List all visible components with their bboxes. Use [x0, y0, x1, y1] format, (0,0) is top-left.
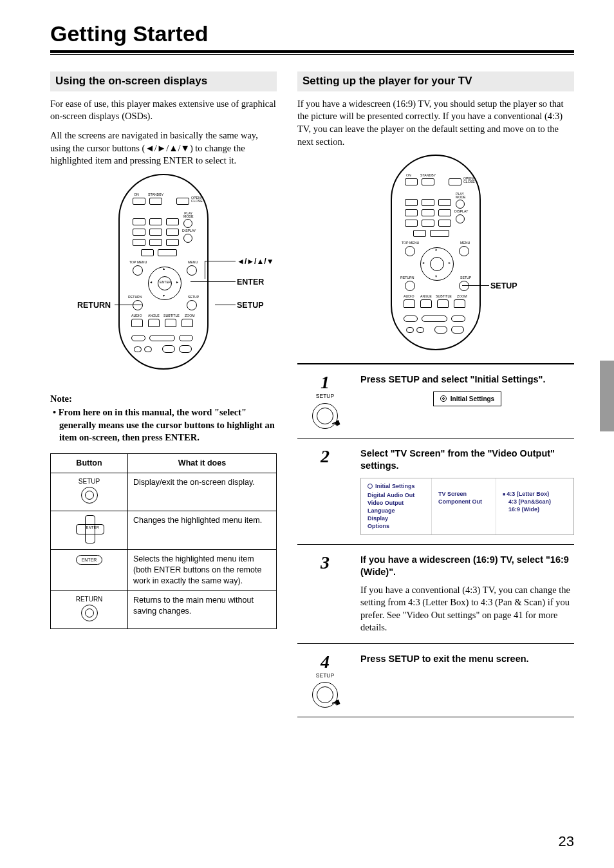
row-setup-icon: SETUP [51, 473, 128, 511]
leader-setup [215, 305, 236, 305]
note-body: From here on in this manual, the word "s… [50, 406, 277, 444]
btn-setup [187, 300, 197, 310]
th-desc: What it does [128, 453, 277, 473]
page-number: 23 [559, 832, 574, 851]
label-standby: STANDBY [148, 193, 163, 196]
remote-outline: ON STANDBY OPEN/ CLOSE [118, 174, 209, 370]
button-table: Button What it does SETUP Display/exit t… [50, 453, 277, 629]
callout-setup: SETUP [237, 300, 264, 311]
step-2-head: Select "TV Screen" from the "Video Outpu… [360, 448, 574, 473]
btn-playmode [183, 219, 192, 228]
dpad-enter-label: ENTER [160, 281, 171, 284]
remote-outline-2: ON STANDBY OPEN/ CLOSE [391, 155, 481, 350]
btn-topmenu [133, 265, 143, 276]
label-audio: AUDIO [131, 314, 142, 317]
osd-c2-1: Component Out [438, 498, 489, 505]
row-dpad-icon: ENTER [51, 511, 128, 550]
osd-c1-4: Options [367, 522, 425, 530]
title-rule [50, 54, 574, 55]
leader-setup-right [462, 285, 489, 286]
callout-return: RETURN [77, 300, 111, 311]
page: Getting Started Using the on-screen disp… [0, 0, 614, 868]
step-4-head: Press SETUP to exit the menu screen. [360, 653, 574, 666]
osd-para-1: For ease of use, this player makes exten… [50, 98, 277, 123]
btn-display [183, 234, 192, 243]
callout-cursors: ◄/►/▲/▼ [237, 256, 274, 267]
osd-c2-0: TV Screen [438, 490, 489, 498]
side-tab [600, 361, 614, 431]
leader-return [115, 305, 142, 305]
step-3-number: 3 [321, 554, 330, 572]
btn-clear [158, 249, 177, 256]
press-setup-icon: ☚ [312, 403, 338, 429]
step-4-number: 4 [321, 653, 330, 671]
callout-setup-right: SETUP [490, 281, 517, 292]
btn-4 [133, 229, 145, 236]
right-column: Setting up the player for your TV If you… [297, 71, 574, 717]
osd-para-2: All the screens are navigated in basical… [50, 129, 277, 167]
row-enter-desc: Selects the highlighted menu item (both … [128, 550, 277, 591]
step-1-caption: SETUP [316, 393, 334, 400]
btn-open [176, 198, 189, 205]
btn-prev [144, 346, 152, 352]
remote-diagram-left: ON STANDBY OPEN/ CLOSE [50, 174, 277, 373]
btn-audio [131, 319, 143, 327]
osd-title: Initial Settings [375, 482, 415, 490]
label-topmenu: TOP MENU [129, 261, 147, 264]
btn-1 [133, 218, 145, 225]
btn-pause [179, 335, 193, 341]
btn-angle [148, 319, 160, 327]
hand-icon: ☚ [329, 416, 343, 432]
btn-2 [149, 218, 162, 225]
btn-7 [133, 239, 145, 246]
step-3-head: If you have a widescreen (16:9) TV, sele… [360, 554, 574, 579]
disc-icon [440, 395, 447, 402]
hand-icon: ☚ [329, 695, 343, 712]
btn-9 [166, 239, 179, 246]
osd-c1-0: Digital Audio Out [367, 491, 425, 499]
label-zoom: ZOOM [185, 314, 195, 317]
label-display: DISPLAY [182, 229, 196, 232]
osd-c3-0: 4:3 (Letter Box) [507, 491, 549, 497]
left-column: Using the on-screen displays For ease of… [50, 71, 277, 717]
osd-c1-3: Display [367, 514, 425, 522]
chapter-title: Getting Started [50, 19, 574, 53]
label-subtitle: SUBTITLE [163, 314, 180, 317]
btn-0 [141, 249, 154, 256]
note-label: Note: [50, 393, 277, 406]
step-4-caption: SETUP [316, 672, 334, 679]
osd-c1-2: Language [367, 507, 425, 514]
chip-label: Initial Settings [451, 395, 494, 404]
osd-panel: Initial Settings Digital Audio Out Video… [360, 478, 574, 535]
section-heading-tv: Setting up the player for your TV [297, 71, 574, 91]
step-1: 1 SETUP ☚ Press SETUP and select "Initia… [297, 363, 574, 438]
row-setup-label: SETUP [56, 477, 122, 486]
initial-settings-chip: Initial Settings [433, 392, 501, 407]
label-setup: SETUP [188, 296, 199, 299]
row-return-label: RETURN [56, 595, 122, 604]
step-3-text: If you have a conventional (4:3) TV, you… [360, 584, 574, 634]
row-dpad-desc: Changes the highlighted menu item. [128, 511, 277, 550]
step-3: 3 If you have a widescreen (16:9) TV, se… [297, 545, 574, 644]
btn-zoom [181, 319, 193, 327]
label-playmode: PLAY MODE [183, 212, 194, 218]
label-menu: MENU [188, 261, 198, 264]
btn-rew [162, 345, 175, 353]
tv-para: If you have a widescreen (16:9) TV, you … [297, 98, 574, 148]
label-angle: ANGLE [148, 314, 160, 317]
btn-5 [149, 229, 162, 236]
step-4: 4 SETUP ☚ Press SETUP to exit the menu s… [297, 644, 574, 717]
osd-c3-2: 16:9 (Wide) [503, 505, 567, 513]
row-return-icon: RETURN [51, 590, 128, 628]
btn-return [133, 300, 143, 310]
btn-stop [131, 335, 145, 341]
th-button: Button [51, 453, 128, 473]
label-open: OPEN/ CLOSE [191, 196, 203, 203]
step-2: 2 Select "TV Screen" from the "Video Out… [297, 439, 574, 545]
btn-prev2 [134, 346, 142, 352]
row-return-desc: Returns to the main menu without saving … [128, 590, 277, 628]
setup-knob-icon [81, 487, 98, 504]
label-return: RETURN [128, 296, 142, 299]
leader-cursors [205, 261, 236, 261]
btn-on [133, 198, 145, 205]
